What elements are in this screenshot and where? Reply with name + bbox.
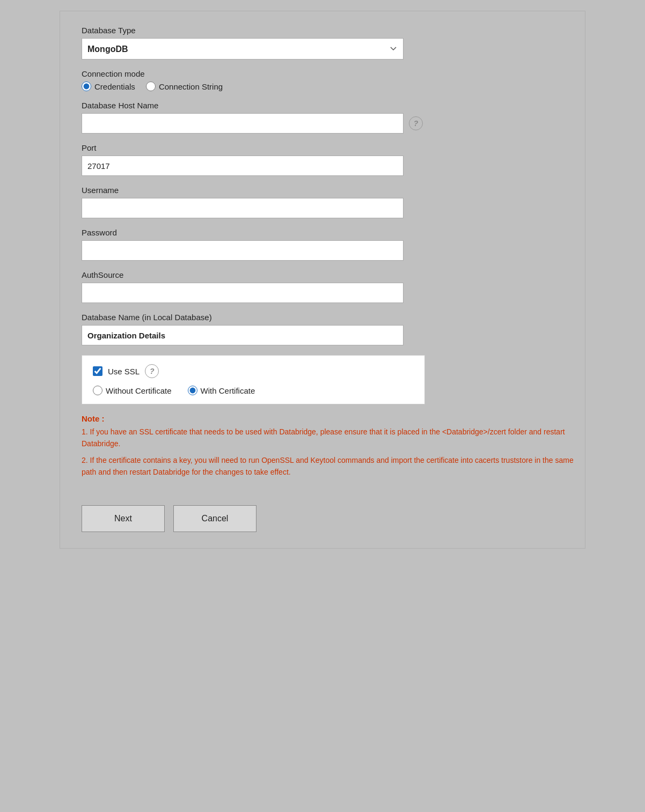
radio-with-cert-input[interactable]	[188, 386, 197, 395]
db-host-help-icon[interactable]: ?	[409, 116, 423, 130]
radio-with-cert-label: With Certificate	[201, 386, 255, 395]
radio-without-cert[interactable]: Without Certificate	[93, 386, 172, 395]
ssl-options-row: Without Certificate With Certificate	[93, 386, 414, 395]
cancel-button[interactable]: Cancel	[173, 505, 256, 532]
port-input[interactable]	[82, 156, 404, 176]
database-type-label: Database Type	[82, 26, 563, 35]
ssl-header: Use SSL ?	[93, 364, 414, 378]
authsource-label: AuthSource	[82, 270, 563, 279]
radio-credentials-label: Credentials	[94, 82, 135, 91]
connection-mode-options: Credentials Connection String	[82, 82, 563, 91]
db-name-input[interactable]	[82, 325, 404, 345]
ssl-section: Use SSL ? Without Certificate With Certi…	[82, 355, 425, 404]
connection-mode-group: Connection mode Credentials Connection S…	[82, 69, 563, 91]
radio-without-cert-label: Without Certificate	[106, 386, 172, 395]
radio-connection-string-label: Connection String	[159, 82, 223, 91]
db-host-label: Database Host Name	[82, 101, 563, 110]
radio-credentials-input[interactable]	[82, 82, 91, 91]
password-label: Password	[82, 228, 563, 237]
password-input[interactable]	[82, 240, 404, 261]
note-line2: 2. If the certificate contains a key, yo…	[82, 455, 575, 478]
note-title: Note :	[82, 414, 575, 423]
page-container: Database Type MongoDB MySQL PostgreSQL C…	[0, 0, 645, 812]
username-label: Username	[82, 186, 563, 195]
top-bar	[60, 11, 585, 15]
radio-without-cert-input[interactable]	[93, 386, 102, 395]
username-input[interactable]	[82, 198, 404, 218]
ssl-help-icon[interactable]: ?	[145, 364, 159, 378]
ssl-checkbox[interactable]	[93, 366, 102, 376]
authsource-input[interactable]	[82, 283, 404, 303]
button-row: Next Cancel	[82, 505, 563, 532]
db-name-group: Database Name (in Local Database)	[82, 313, 563, 345]
connection-mode-label: Connection mode	[82, 69, 563, 78]
radio-with-cert[interactable]: With Certificate	[188, 386, 255, 395]
authsource-group: AuthSource	[82, 270, 563, 303]
form-card: Database Type MongoDB MySQL PostgreSQL C…	[60, 15, 585, 549]
radio-connection-string-input[interactable]	[146, 82, 156, 91]
next-button[interactable]: Next	[82, 505, 165, 532]
db-name-label: Database Name (in Local Database)	[82, 313, 563, 322]
password-group: Password	[82, 228, 563, 261]
username-group: Username	[82, 186, 563, 218]
database-type-group: Database Type MongoDB MySQL PostgreSQL	[82, 26, 563, 60]
db-host-input[interactable]	[82, 113, 404, 134]
db-host-group: Database Host Name ?	[82, 101, 563, 134]
db-host-row: ?	[82, 113, 563, 134]
database-type-select[interactable]: MongoDB MySQL PostgreSQL	[82, 38, 404, 60]
radio-credentials[interactable]: Credentials	[82, 82, 135, 91]
radio-connection-string[interactable]: Connection String	[146, 82, 223, 91]
note-section: Note : 1. If you have an SSL certificate…	[82, 414, 575, 478]
note-line1: 1. If you have an SSL certificate that n…	[82, 426, 575, 449]
ssl-label: Use SSL	[108, 367, 140, 376]
port-label: Port	[82, 143, 563, 152]
port-group: Port	[82, 143, 563, 176]
